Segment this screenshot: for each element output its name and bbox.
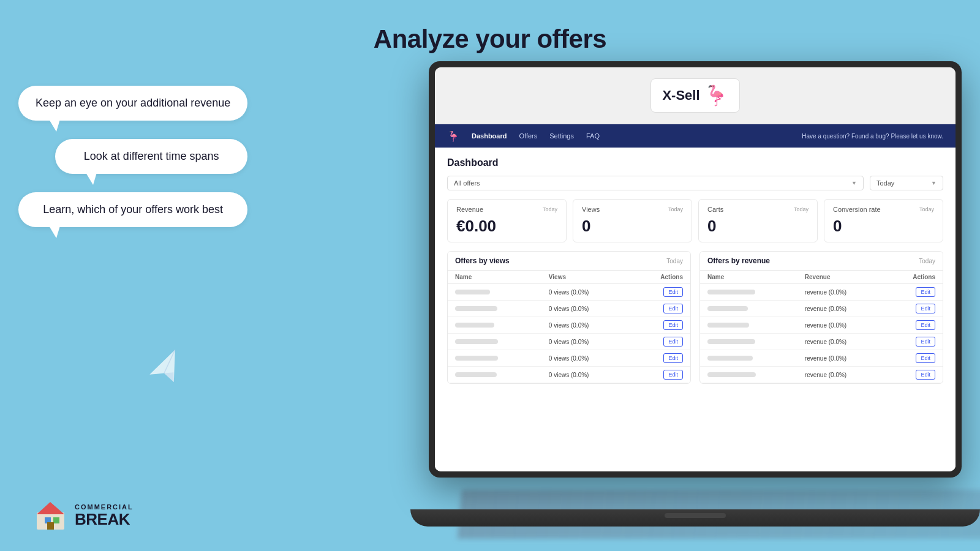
edit-button[interactable]: Edit: [663, 287, 683, 297]
paper-plane-icon: [140, 343, 194, 402]
xsell-text: X-Sell: [662, 88, 699, 103]
conversion-period: Today: [919, 206, 934, 212]
action-cell: Edit: [885, 317, 943, 334]
action-cell: Edit: [630, 367, 690, 383]
edit-button[interactable]: Edit: [663, 370, 683, 380]
bubble-learn: Learn, which of your offers work best: [18, 192, 247, 227]
bubble-revenue: Keep an eye on your additional revenue: [18, 86, 247, 121]
app-header: X-Sell 🦩: [435, 67, 956, 124]
nav-dashboard[interactable]: Dashboard: [472, 132, 507, 140]
carts-period: Today: [794, 206, 809, 212]
edit-button[interactable]: Edit: [663, 353, 683, 363]
edit-button[interactable]: Edit: [916, 337, 935, 347]
views-label: Views: [582, 206, 600, 213]
offers-filter-select[interactable]: All offers ▼: [447, 176, 864, 190]
table-row: revenue (0.0%) Edit: [700, 284, 943, 301]
offers-by-views-header: Offers by views Today: [448, 252, 690, 271]
table-row: revenue (0.0%) Edit: [700, 317, 943, 334]
conversion-value: 0: [833, 217, 934, 236]
revenue-cell: revenue (0.0%): [797, 284, 885, 301]
action-cell: Edit: [885, 367, 943, 383]
views-col-actions: Actions: [630, 271, 690, 284]
bubble-timespan: Look at different time spans: [55, 139, 247, 174]
action-cell: Edit: [630, 284, 690, 301]
offers-by-views-period: Today: [666, 258, 683, 264]
edit-button[interactable]: Edit: [663, 304, 683, 313]
revenue-cell: revenue (0.0%): [797, 350, 885, 367]
revenue-value: €0.00: [456, 217, 557, 236]
edit-button[interactable]: Edit: [663, 337, 683, 347]
page-title: Analyze your offers: [0, 0, 980, 54]
svg-rect-3: [53, 517, 59, 523]
name-cell: [448, 350, 541, 367]
revenue-label: Revenue: [456, 206, 483, 213]
stat-revenue: Revenue Today €0.00: [447, 199, 567, 242]
name-cell: [448, 317, 541, 334]
laptop-screen: X-Sell 🦩 🦩 Dashboard Offers Settings FAQ…: [435, 67, 956, 471]
period-filter-select[interactable]: Today ▼: [870, 176, 943, 190]
dashboard-title: Dashboard: [447, 157, 943, 168]
table-row: 0 views (0.0%) Edit: [448, 284, 690, 301]
views-cell: 0 views (0.0%): [541, 367, 630, 383]
edit-button[interactable]: Edit: [663, 320, 683, 330]
name-cell: [448, 284, 541, 301]
views-cell: 0 views (0.0%): [541, 350, 630, 367]
svg-rect-4: [47, 522, 54, 530]
action-cell: Edit: [630, 301, 690, 317]
views-col-views: Views: [541, 271, 630, 284]
views-cell: 0 views (0.0%): [541, 317, 630, 334]
nav-faq[interactable]: FAQ: [586, 132, 600, 140]
stat-views: Views Today 0: [573, 199, 692, 242]
edit-button[interactable]: Edit: [916, 370, 935, 380]
laptop-body: X-Sell 🦩 🦩 Dashboard Offers Settings FAQ…: [429, 61, 962, 478]
laptop-base: [410, 509, 980, 527]
stat-conversion: Conversion rate Today 0: [824, 199, 943, 242]
tables-row: Offers by views Today Name Views Actions: [447, 251, 943, 384]
views-period: Today: [668, 206, 683, 212]
nav-flamingo-icon: 🦩: [447, 130, 459, 142]
edit-button[interactable]: Edit: [916, 304, 935, 313]
edit-button[interactable]: Edit: [916, 320, 935, 330]
stats-row: Revenue Today €0.00 Views Today 0: [447, 199, 943, 242]
name-cell: [700, 350, 797, 367]
name-cell: [700, 367, 797, 383]
nav-offers[interactable]: Offers: [519, 132, 537, 140]
commercial-break-logo: COMMERCIAL BREAK: [34, 499, 134, 533]
revenue-cell: revenue (0.0%): [797, 301, 885, 317]
views-table: Name Views Actions 0 views (0.0%) Edit 0…: [448, 271, 690, 383]
logo-text: COMMERCIAL BREAK: [75, 503, 134, 528]
views-cell: 0 views (0.0%): [541, 284, 630, 301]
app-nav: 🦩 Dashboard Offers Settings FAQ Have a q…: [435, 124, 956, 148]
table-row: revenue (0.0%) Edit: [700, 301, 943, 317]
table-row: 0 views (0.0%) Edit: [448, 367, 690, 383]
offers-by-views-section: Offers by views Today Name Views Actions: [447, 251, 691, 384]
edit-button[interactable]: Edit: [916, 353, 935, 363]
action-cell: Edit: [630, 350, 690, 367]
name-cell: [700, 317, 797, 334]
offers-by-revenue-period: Today: [919, 258, 935, 264]
flamingo-icon: 🦩: [704, 84, 728, 107]
name-cell: [448, 367, 541, 383]
bubbles-container: Keep an eye on your additional revenue L…: [18, 86, 247, 227]
conversion-label: Conversion rate: [833, 206, 881, 213]
rev-col-actions: Actions: [885, 271, 943, 284]
nav-support-text: Have a question? Found a bug? Please let…: [802, 133, 943, 140]
carts-value: 0: [707, 217, 809, 236]
name-cell: [700, 301, 797, 317]
offers-by-revenue-header: Offers by revenue Today: [700, 252, 943, 271]
action-cell: Edit: [885, 334, 943, 350]
action-cell: Edit: [885, 350, 943, 367]
rev-col-revenue: Revenue: [797, 271, 885, 284]
action-cell: Edit: [885, 284, 943, 301]
carts-label: Carts: [707, 206, 723, 213]
caret-icon: ▼: [851, 180, 857, 186]
nav-left: 🦩 Dashboard Offers Settings FAQ: [447, 130, 600, 142]
nav-settings[interactable]: Settings: [549, 132, 574, 140]
table-row: 0 views (0.0%) Edit: [448, 301, 690, 317]
revenue-cell: revenue (0.0%): [797, 367, 885, 383]
views-cell: 0 views (0.0%): [541, 334, 630, 350]
dashboard-content: Dashboard All offers ▼ Today ▼: [435, 148, 956, 471]
edit-button[interactable]: Edit: [916, 287, 935, 297]
table-row: 0 views (0.0%) Edit: [448, 350, 690, 367]
svg-marker-1: [37, 502, 64, 514]
